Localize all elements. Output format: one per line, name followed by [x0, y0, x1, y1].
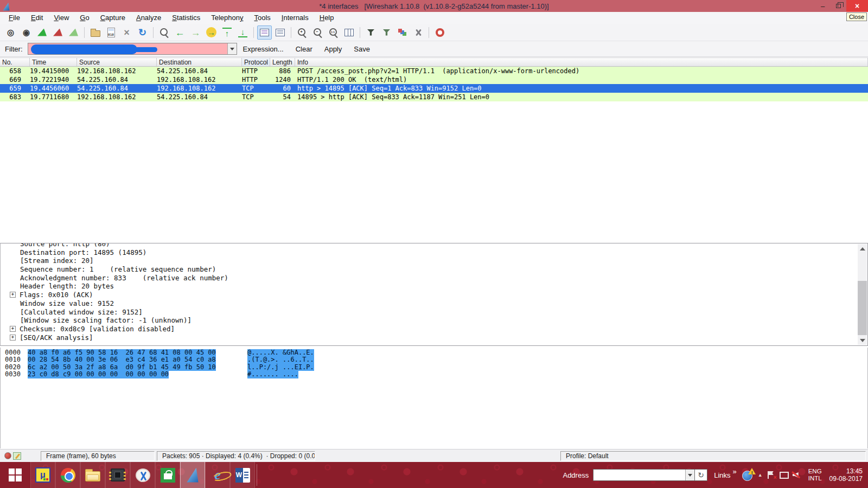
- menu-statistics[interactable]: Statistics: [167, 12, 206, 24]
- expand-icon[interactable]: +: [10, 292, 16, 298]
- go-back-button[interactable]: ←: [173, 25, 187, 40]
- taskbar-windows-store[interactable]: [155, 462, 180, 488]
- address-refresh-button[interactable]: ↻: [695, 469, 707, 481]
- list-interfaces-button[interactable]: ◎: [3, 25, 18, 40]
- details-scrollbar[interactable]: [858, 244, 867, 345]
- go-forward-button[interactable]: →: [188, 25, 203, 40]
- hex-row[interactable]: 001000 28 54 8b 40 00 3e 06 e3 c4 36 e1 …: [1, 356, 867, 363]
- scroll-up-button[interactable]: [858, 244, 867, 253]
- colorize-packet-list-button[interactable]: [257, 25, 272, 40]
- zoom-out-button[interactable]: −: [310, 25, 325, 40]
- stop-capture-button[interactable]: [50, 25, 65, 40]
- menu-edit[interactable]: Edit: [25, 12, 48, 24]
- restore-button[interactable]: [831, 0, 846, 12]
- reload-capture-file-button[interactable]: ↻: [135, 25, 150, 40]
- save-capture-file-button[interactable]: [104, 25, 118, 40]
- taskbar-file-explorer[interactable]: [80, 462, 105, 488]
- scrollbar-thumb[interactable]: [858, 281, 867, 335]
- address-input[interactable]: [593, 469, 695, 481]
- column-header-destination[interactable]: Destination: [157, 58, 242, 66]
- menu-tools[interactable]: Tools: [249, 12, 276, 24]
- packet-details-pane[interactable]: Source port: http (80)Destination port: …: [0, 243, 868, 346]
- ie-security-alert-icon[interactable]: !: [742, 469, 754, 481]
- detail-line[interactable]: +Checksum: 0xd8c9 [validation disabled]: [1, 325, 867, 333]
- close-button[interactable]: ×: [846, 0, 868, 12]
- scroll-down-button[interactable]: [858, 336, 867, 345]
- menu-analyze[interactable]: Analyze: [131, 12, 167, 24]
- go-to-packet-button[interactable]: →: [204, 25, 219, 40]
- find-packet-button[interactable]: [157, 25, 171, 40]
- close-capture-file-button[interactable]: ×: [119, 25, 134, 40]
- packet-row-658[interactable]: 65819.4415000192.168.108.16254.225.160.8…: [0, 67, 868, 75]
- coloring-rules-button[interactable]: [395, 25, 410, 40]
- taskbar-snipping-tool[interactable]: [130, 462, 155, 488]
- action-center-flag-icon[interactable]: ×: [767, 471, 775, 479]
- menu-file[interactable]: File: [3, 12, 25, 24]
- preferences-button[interactable]: [411, 25, 425, 40]
- taskbar-internet-explorer[interactable]: e: [205, 462, 230, 488]
- detail-line[interactable]: Source port: http (80): [1, 243, 867, 248]
- expert-info-icon[interactable]: [4, 452, 11, 459]
- menu-capture[interactable]: Capture: [95, 12, 131, 24]
- zoom-normal-button[interactable]: 1:1: [326, 25, 341, 40]
- taskbar-wireshark[interactable]: [180, 462, 205, 488]
- minimize-button[interactable]: –: [815, 0, 831, 12]
- detail-line[interactable]: Acknowledgment number: 833 (relative ack…: [1, 274, 867, 282]
- detail-line[interactable]: [Calculated window size: 9152]: [1, 308, 867, 317]
- restart-capture-button[interactable]: [66, 25, 81, 40]
- go-to-last-packet-button[interactable]: ↓: [235, 25, 250, 40]
- clear-button[interactable]: Clear: [290, 42, 318, 56]
- hex-row[interactable]: 000040 a8 f0 a6 f5 90 58 16 26 47 68 41 …: [1, 349, 867, 356]
- display-filters-button[interactable]: [379, 25, 394, 40]
- status-profile[interactable]: Profile: Default: [560, 451, 866, 461]
- hex-row[interactable]: 00206c a2 00 50 3a 2f a8 6a d0 9f b1 45 …: [1, 364, 867, 371]
- show-hidden-icons-icon[interactable]: ▲: [758, 472, 763, 478]
- apply-button[interactable]: Apply: [318, 42, 348, 56]
- menu-internals[interactable]: Internals: [276, 12, 314, 24]
- menu-telephony[interactable]: Telephony: [206, 12, 248, 24]
- save-button[interactable]: Save: [348, 42, 376, 56]
- column-header-info[interactable]: Info: [295, 58, 868, 66]
- filter-input[interactable]: H p: [28, 43, 237, 55]
- packet-row-669[interactable]: 66919.722194054.225.160.84192.168.108.16…: [0, 75, 868, 84]
- taskbar-chrome[interactable]: [55, 462, 80, 488]
- network-status-icon[interactable]: [779, 471, 789, 479]
- language-indicator[interactable]: ENG INTL: [808, 468, 822, 482]
- column-header-protocol[interactable]: Protocol▲: [242, 58, 270, 66]
- column-header-time[interactable]: Time: [30, 58, 77, 66]
- help-button[interactable]: [432, 25, 447, 40]
- filter-dropdown-button[interactable]: [227, 43, 237, 54]
- expand-icon[interactable]: +: [10, 335, 16, 341]
- detail-line[interactable]: [Stream index: 20]: [1, 256, 867, 265]
- zoom-in-button[interactable]: +: [295, 25, 309, 40]
- open-capture-file-button[interactable]: [88, 25, 103, 40]
- taskbar-chip-programmer[interactable]: [105, 462, 130, 488]
- detail-line[interactable]: [Window size scaling factor: -1 (unknown…: [1, 316, 867, 325]
- detail-line[interactable]: Window size value: 9152: [1, 299, 867, 308]
- address-dropdown-button[interactable]: [685, 470, 694, 480]
- detail-line[interactable]: +[SEQ/ACK analysis]: [1, 333, 867, 342]
- hex-dump-pane[interactable]: 000040 a8 f0 a6 f5 90 58 16 26 47 68 41 …: [0, 348, 868, 448]
- menu-go[interactable]: Go: [74, 12, 94, 24]
- expand-icon[interactable]: +: [10, 326, 16, 332]
- detail-line[interactable]: Destination port: 14895 (14895): [1, 248, 867, 257]
- detail-line[interactable]: +Flags: 0x010 (ACK): [1, 291, 867, 299]
- volume-muted-icon[interactable]: [793, 471, 803, 479]
- start-capture-button[interactable]: [35, 25, 49, 40]
- toolbar-overflow-chevron[interactable]: »: [733, 467, 737, 476]
- capture-comment-icon[interactable]: [13, 452, 21, 460]
- capture-filters-button[interactable]: [363, 25, 378, 40]
- start-button[interactable]: [0, 462, 30, 488]
- auto-scroll-button[interactable]: [273, 25, 288, 40]
- menu-help[interactable]: Help: [314, 12, 340, 24]
- column-header-length[interactable]: Length: [270, 58, 295, 66]
- hex-row[interactable]: 003023 c0 d8 c9 00 00 00 00 00 00 00 00#…: [1, 371, 867, 378]
- links-label[interactable]: Links: [714, 471, 730, 479]
- taskbar-clock[interactable]: 13:45 09-08-2017: [829, 467, 863, 483]
- taskbar-word[interactable]: W: [230, 462, 255, 488]
- expression-button[interactable]: Expression...: [237, 42, 290, 56]
- taskbar-uvision[interactable]: µ: [30, 462, 55, 488]
- capture-options-button[interactable]: ◉: [19, 25, 34, 40]
- column-header-source[interactable]: Source: [77, 58, 157, 66]
- detail-line[interactable]: Header length: 20 bytes: [1, 282, 867, 291]
